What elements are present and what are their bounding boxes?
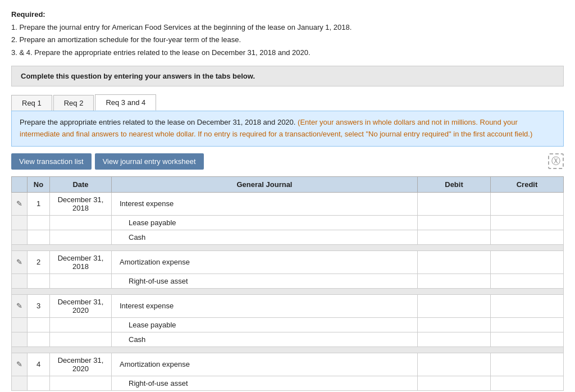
debit-cell[interactable] [418, 274, 491, 288]
no-cell: 2 [28, 250, 50, 274]
date-cell [50, 376, 112, 390]
col-edit-header [12, 176, 28, 192]
table-row: Right-of-use asset [12, 274, 564, 288]
edit-cell[interactable]: ✎ [12, 294, 28, 317]
gj-cell[interactable]: Lease payable [112, 317, 418, 332]
debit-cell[interactable] [418, 317, 491, 332]
no-cell [28, 215, 50, 230]
required-heading: Required: [11, 10, 45, 19]
edit-cell[interactable] [12, 230, 28, 244]
edit-cell[interactable]: ✎ [12, 250, 28, 274]
gj-cell[interactable]: Cash [112, 230, 418, 244]
gj-cell[interactable]: Interest expense [112, 294, 418, 317]
gj-cell[interactable]: Lease payable [112, 215, 418, 230]
date-cell: December 31,2018 [50, 192, 112, 215]
no-cell [28, 332, 50, 347]
table-row: ✎1December 31,2018Interest expense [12, 192, 564, 215]
no-cell [28, 230, 50, 244]
edit-cell[interactable] [12, 274, 28, 288]
gj-cell[interactable]: Interest expense [112, 192, 418, 215]
date-cell [50, 215, 112, 230]
action-buttons-row: View transaction list View journal entry… [11, 153, 564, 170]
required-item-3: 3. & 4. Prepare the appropriate entries … [11, 47, 564, 58]
edit-cell[interactable] [12, 376, 28, 390]
gj-cell[interactable]: Cash [112, 332, 418, 347]
debit-cell[interactable] [418, 250, 491, 274]
table-row: Cash [12, 332, 564, 347]
date-cell [50, 230, 112, 244]
required-item-2: 2. Prepare an amortization schedule for … [11, 34, 564, 45]
tab-req3and4[interactable]: Req 3 and 4 [95, 94, 156, 111]
edit-cell[interactable]: ✎ [12, 192, 28, 215]
no-cell [28, 274, 50, 288]
table-row: ✎3December 31,2020Interest expense [12, 294, 564, 317]
tabs-row: Req 1 Req 2 Req 3 and 4 [11, 94, 564, 111]
date-cell [50, 317, 112, 332]
table-row: Lease payable [12, 317, 564, 332]
complete-banner-text: Complete this question by entering your … [21, 72, 255, 80]
view-transaction-list-button[interactable]: View transaction list [11, 153, 92, 170]
credit-cell[interactable] [491, 230, 564, 244]
tab-req2[interactable]: Req 2 [53, 95, 94, 111]
view-journal-entry-worksheet-button[interactable]: View journal entry worksheet [95, 153, 204, 170]
edit-cell[interactable] [12, 332, 28, 347]
col-debit-header: Debit [418, 176, 491, 192]
gj-cell[interactable]: Amortization expense [112, 250, 418, 274]
gj-cell[interactable]: Right-of-use asset [112, 274, 418, 288]
date-cell [50, 332, 112, 347]
col-no-header: No [28, 176, 50, 192]
credit-cell[interactable] [491, 353, 564, 376]
edit-cell[interactable]: ✎ [12, 353, 28, 376]
col-gj-header: General Journal [112, 176, 418, 192]
credit-cell[interactable] [491, 317, 564, 332]
date-cell: December 31,2020 [50, 294, 112, 317]
table-row: Right-of-use asset [12, 376, 564, 390]
journal-table: No Date General Journal Debit Credit ✎1D… [11, 176, 564, 391]
tab-req1[interactable]: Req 1 [11, 95, 52, 111]
table-row: ✎4December 31,2020Amortization expense [12, 353, 564, 376]
credit-cell[interactable] [491, 332, 564, 347]
debit-cell[interactable] [418, 192, 491, 215]
table-row: Lease payable [12, 215, 564, 230]
debit-cell[interactable] [418, 294, 491, 317]
close-icon[interactable]: Ⓧ [548, 153, 564, 169]
table-row: ✎2December 31,2018Amortization expense [12, 250, 564, 274]
no-cell: 3 [28, 294, 50, 317]
date-cell: December 31,2020 [50, 353, 112, 376]
instruction-box: Prepare the appropriate entries related … [11, 111, 564, 147]
gj-cell[interactable]: Right-of-use asset [112, 376, 418, 390]
col-date-header: Date [50, 176, 112, 192]
credit-cell[interactable] [491, 192, 564, 215]
required-section: Required: 1. Prepare the journal entry f… [11, 9, 564, 58]
required-item-1: 1. Prepare the journal entry for America… [11, 22, 564, 33]
edit-cell[interactable] [12, 215, 28, 230]
edit-cell[interactable] [12, 317, 28, 332]
credit-cell[interactable] [491, 274, 564, 288]
no-cell [28, 376, 50, 390]
date-cell [50, 274, 112, 288]
col-credit-header: Credit [491, 176, 564, 192]
date-cell: December 31,2018 [50, 250, 112, 274]
credit-cell[interactable] [491, 294, 564, 317]
gj-cell[interactable]: Amortization expense [112, 353, 418, 376]
debit-cell[interactable] [418, 215, 491, 230]
credit-cell[interactable] [491, 376, 564, 390]
debit-cell[interactable] [418, 376, 491, 390]
table-row: Cash [12, 230, 564, 244]
credit-cell[interactable] [491, 215, 564, 230]
no-cell: 4 [28, 353, 50, 376]
complete-banner: Complete this question by entering your … [11, 66, 564, 86]
debit-cell[interactable] [418, 230, 491, 244]
debit-cell[interactable] [418, 353, 491, 376]
debit-cell[interactable] [418, 332, 491, 347]
instruction-main: Prepare the appropriate entries related … [20, 118, 295, 126]
no-cell: 1 [28, 192, 50, 215]
no-cell [28, 317, 50, 332]
credit-cell[interactable] [491, 250, 564, 274]
